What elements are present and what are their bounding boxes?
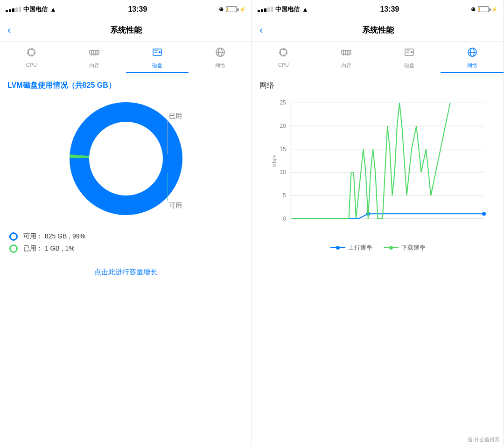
tab-memory-label-right: 内存 <box>341 62 351 69</box>
charge-icon-right: ⚡ <box>491 7 498 13</box>
disk-legend: 可用： 825 GB , 99% 已用： 1 GB , 1% <box>7 229 244 260</box>
legend-dot-used <box>9 244 18 253</box>
status-right-left: ⊕ ⚡ <box>219 6 246 13</box>
nav-bar-right: ‹ 系统性能 <box>252 19 504 42</box>
tab-network-right[interactable]: 网络 <box>441 42 504 73</box>
tab-cpu-right[interactable]: CPU <box>252 42 315 73</box>
back-icon-right: ‹ <box>259 24 263 36</box>
upload-legend-label: 上行速率 <box>348 244 372 252</box>
right-panel: 中国电信 ▲ 13:39 ⊕ ⚡ ‹ 系统性能 <box>252 0 504 446</box>
tab-disk-label-left: 磁盘 <box>152 62 162 69</box>
chart-legend: 上行速率 下载速率 <box>259 244 496 252</box>
disk-section-title: LVM磁盘使用情况（共825 GB） <box>7 81 244 91</box>
battery-fill-left <box>227 7 228 11</box>
svg-point-76 <box>482 212 486 216</box>
tab-bar-left: CPU 内存 <box>0 42 252 73</box>
tab-memory-right[interactable]: 内存 <box>315 42 378 73</box>
network-section-title: 网络 <box>259 81 496 91</box>
legend-used-text: 已用： 1 GB , 1% <box>23 244 75 253</box>
back-icon-left: ‹ <box>7 24 11 36</box>
globe-icon-left <box>215 47 226 61</box>
svg-rect-13 <box>90 50 99 54</box>
svg-rect-46 <box>342 50 351 54</box>
svg-text:Kbps: Kbps <box>272 154 277 167</box>
svg-text:25: 25 <box>280 99 286 106</box>
svg-point-23 <box>159 52 160 53</box>
tab-network-left[interactable]: 网络 <box>189 42 252 73</box>
svg-text:10: 10 <box>280 169 286 175</box>
memory-icon-left <box>89 47 100 61</box>
signal-icon-right <box>258 7 273 12</box>
battery-icon-left: ⊕ <box>219 6 224 13</box>
disk-content: LVM磁盘使用情况（共825 GB） 已用 可用 <box>0 73 252 446</box>
line-used <box>167 121 168 154</box>
carrier-right: 中国电信 <box>275 5 300 14</box>
time-right: 13:39 <box>380 5 399 14</box>
tab-cpu-label-right: CPU <box>278 62 289 68</box>
legend-avail-text: 可用： 825 GB , 99% <box>23 232 85 241</box>
label-avail: 可用 <box>169 202 182 210</box>
disk-icon-right <box>404 47 415 61</box>
nav-title-left: 系统性能 <box>110 25 142 35</box>
battery-fill-right <box>479 7 480 11</box>
download-line <box>291 103 450 218</box>
donut-chart: 已用 可用 <box>65 98 187 219</box>
nav-bar-left: ‹ 系统性能 <box>0 19 252 42</box>
network-content: 网络 25 20 15 10 5 <box>252 73 504 446</box>
download-line-icon <box>384 244 399 251</box>
svg-point-79 <box>336 246 340 250</box>
legend-download: 下载速率 <box>384 244 426 252</box>
download-legend-label: 下载速率 <box>401 244 426 252</box>
signal-icon <box>6 7 21 12</box>
time-left: 13:39 <box>128 5 147 14</box>
svg-text:0: 0 <box>283 216 286 222</box>
tab-memory-left[interactable]: 内存 <box>63 42 126 73</box>
back-button-right[interactable]: ‹ <box>259 24 263 36</box>
watermark: 值 什么值得买 <box>468 436 500 443</box>
svg-point-81 <box>389 246 393 250</box>
battery-left <box>226 7 237 12</box>
cpu-icon-left <box>26 47 37 61</box>
carrier-left: 中国电信 <box>23 5 48 14</box>
label-used: 已用 <box>169 112 182 120</box>
grow-capacity-link[interactable]: 点击此进行容量增长 <box>7 268 244 277</box>
back-button-left[interactable]: ‹ <box>7 24 11 36</box>
status-right-right: ⊕ ⚡ <box>471 6 498 13</box>
status-bar-right: 中国电信 ▲ 13:39 ⊕ ⚡ <box>252 0 504 19</box>
line-avail <box>167 173 168 201</box>
tab-network-label-left: 网络 <box>215 62 225 69</box>
battery-right <box>478 7 489 12</box>
tab-cpu-label-left: CPU <box>26 62 37 68</box>
upload-line <box>291 214 484 218</box>
svg-text:5: 5 <box>283 192 286 199</box>
upload-line-icon <box>330 244 345 251</box>
tab-cpu-left[interactable]: CPU <box>0 42 63 73</box>
svg-point-29 <box>79 112 173 205</box>
network-chart-svg: 25 20 15 10 5 0 Kbps <box>259 98 496 238</box>
status-left: 中国电信 ▲ <box>6 5 56 14</box>
globe-icon-right <box>467 47 478 61</box>
legend-avail: 可用： 825 GB , 99% <box>9 232 242 241</box>
memory-icon-right <box>341 47 352 61</box>
cpu-icon-right <box>278 47 289 61</box>
status-bar-left: 中国电信 ▲ 13:39 ⊕ ⚡ <box>0 0 252 19</box>
wifi-icon-left: ▲ <box>50 6 56 13</box>
tab-disk-right[interactable]: 磁盘 <box>378 42 441 73</box>
nav-title-right: 系统性能 <box>362 25 394 35</box>
legend-used: 已用： 1 GB , 1% <box>9 244 242 253</box>
wifi-icon-right: ▲ <box>302 6 308 13</box>
legend-dot-avail <box>9 232 18 241</box>
tab-memory-label-left: 内存 <box>89 62 99 69</box>
svg-text:15: 15 <box>280 146 286 153</box>
charge-icon-left: ⚡ <box>239 7 246 13</box>
tab-disk-left[interactable]: 磁盘 <box>126 42 189 73</box>
left-panel: 中国电信 ▲ 13:39 ⊕ ⚡ ‹ 系统性能 <box>0 0 252 446</box>
svg-text:20: 20 <box>280 123 286 129</box>
disk-icon-left <box>152 47 163 61</box>
svg-point-56 <box>411 52 412 53</box>
battery-icon-right: ⊕ <box>471 6 476 13</box>
legend-upload: 上行速率 <box>330 244 372 252</box>
status-left-right: 中国电信 ▲ <box>258 5 308 14</box>
tab-bar-right: CPU 内存 <box>252 42 504 73</box>
network-chart-container: 25 20 15 10 5 0 Kbps <box>259 98 496 238</box>
